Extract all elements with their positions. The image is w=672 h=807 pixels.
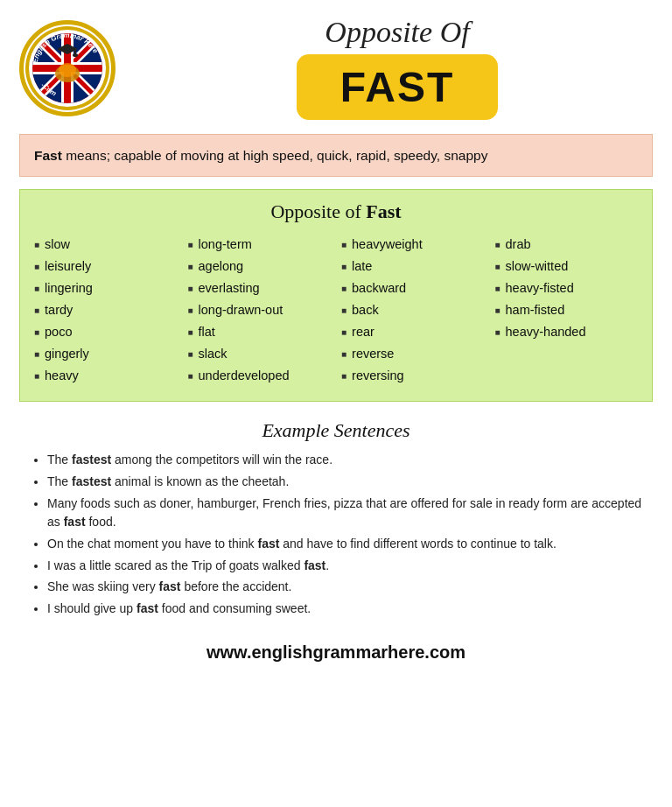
example-item: The fastest animal is known as the cheet… (47, 473, 644, 492)
bullet-icon: ■ (341, 239, 346, 252)
word-text: flat (199, 323, 215, 341)
word-text: backward (352, 279, 406, 298)
example-bold: fast (159, 579, 181, 593)
bullet-icon: ■ (495, 261, 500, 274)
word-item: ■slack (188, 343, 332, 365)
word-text: long-term (199, 235, 252, 254)
word-item: ■rear (341, 321, 485, 343)
bullet-icon: ■ (495, 239, 500, 252)
example-list: The fastest among the competitors will w… (28, 451, 644, 619)
word-item: ■drab (495, 234, 639, 256)
fast-word: FAST (340, 64, 455, 110)
definition-text: means; capable of moving at high speed, … (62, 148, 488, 163)
definition-bold-word: Fast (34, 148, 62, 163)
word-text: slow (45, 235, 70, 254)
example-item: Many foods such as doner, hamburger, Fre… (47, 495, 644, 532)
title-block: Opposite Of FAST (142, 16, 653, 120)
example-item: On the chat moment you have to think fas… (47, 535, 644, 554)
bullet-icon: ■ (341, 305, 346, 318)
word-text: long-drawn-out (199, 301, 284, 319)
example-item: I was a little scared as the Trip of goa… (47, 557, 644, 576)
opposite-box-title: Opposite of Fast (29, 200, 643, 223)
example-bold: fastest (72, 453, 111, 467)
word-item: ■everlasting (188, 277, 332, 299)
header: English Grammar Here .Com Opposite Of FA… (19, 16, 653, 120)
word-item: ■flat (188, 321, 332, 343)
word-text: slack (199, 345, 228, 363)
word-item: ■heavyweight (341, 234, 485, 256)
logo-svg: English Grammar Here .Com (24, 25, 111, 112)
word-item: ■slow-witted (495, 256, 639, 277)
word-text: reversing (352, 367, 404, 385)
opposite-of-label: Opposite Of (325, 16, 469, 49)
word-text: underdeveloped (199, 367, 290, 385)
examples-section: Example Sentences The fastest among the … (19, 416, 653, 630)
word-text: drab (506, 235, 531, 254)
words-column-0: ■slow■leisurely■lingering■tardy■poco■gin… (29, 234, 183, 387)
word-text: reverse (352, 345, 394, 363)
bullet-icon: ■ (188, 261, 193, 274)
word-text: heavyweight (352, 235, 423, 254)
word-text: late (352, 257, 372, 276)
word-item: ■poco (34, 321, 178, 343)
word-text: heavy (45, 367, 79, 385)
word-item: ■ham-fisted (495, 299, 639, 321)
opposite-box: Opposite of Fast ■slow■leisurely■lingeri… (19, 189, 653, 402)
page-wrapper: English Grammar Here .Com Opposite Of FA… (0, 0, 672, 685)
bullet-icon: ■ (341, 348, 346, 361)
word-item: ■lingering (34, 277, 178, 299)
word-item: ■long-drawn-out (188, 299, 332, 321)
word-item: ■leisurely (34, 256, 178, 277)
word-item: ■back (341, 299, 485, 321)
word-item: ■tardy (34, 299, 178, 321)
footer: www.englishgrammarhere.com (19, 642, 653, 670)
word-item: ■heavy-handed (495, 321, 639, 343)
svg-point-14 (59, 63, 76, 77)
word-text: leisurely (45, 257, 91, 276)
example-item: The fastest among the competitors will w… (47, 451, 644, 470)
word-text: tardy (45, 301, 73, 319)
word-text: ham-fisted (506, 301, 565, 319)
words-grid: ■slow■leisurely■lingering■tardy■poco■gin… (29, 234, 643, 387)
bullet-icon: ■ (341, 326, 346, 340)
words-column-2: ■heavyweight■late■backward■back■rear■rev… (336, 234, 490, 387)
word-text: lingering (45, 279, 93, 298)
word-item: ■agelong (188, 256, 332, 277)
bullet-icon: ■ (341, 370, 346, 383)
word-item: ■underdeveloped (188, 365, 332, 387)
word-text: back (352, 301, 379, 319)
words-column-3: ■drab■slow-witted■heavy-fisted■ham-fiste… (490, 234, 644, 387)
word-text: agelong (199, 257, 244, 276)
word-text: slow-witted (506, 257, 569, 276)
example-bold: fast (64, 515, 86, 529)
bullet-icon: ■ (495, 283, 500, 296)
word-text: everlasting (199, 279, 260, 298)
word-text: gingerly (45, 345, 89, 363)
word-item: ■long-term (188, 234, 332, 256)
bullet-icon: ■ (34, 370, 39, 383)
bullet-icon: ■ (341, 283, 346, 296)
bullet-icon: ■ (188, 305, 193, 318)
bullet-icon: ■ (34, 326, 39, 340)
example-bold: fast (136, 601, 158, 615)
word-item: ■slow (34, 234, 178, 256)
example-item: She was skiing very fast before the acci… (47, 578, 644, 597)
word-text: poco (45, 323, 72, 341)
word-text: heavy-handed (506, 323, 586, 341)
word-item: ■gingerly (34, 343, 178, 365)
bullet-icon: ■ (34, 239, 39, 252)
examples-title: Example Sentences (28, 419, 644, 442)
bullet-icon: ■ (188, 283, 193, 296)
definition-box: Fast means; capable of moving at high sp… (19, 134, 653, 177)
svg-point-19 (73, 53, 78, 57)
bullet-icon: ■ (188, 370, 193, 383)
bullet-icon: ■ (495, 305, 500, 318)
bullet-icon: ■ (34, 261, 39, 274)
example-bold: fastest (72, 474, 111, 488)
example-item: I should give up fast food and consuming… (47, 600, 644, 619)
bullet-icon: ■ (188, 239, 193, 252)
word-item: ■heavy (34, 365, 178, 387)
example-bold: fast (304, 558, 326, 572)
word-item: ■heavy-fisted (495, 277, 639, 299)
word-item: ■reversing (341, 365, 485, 387)
